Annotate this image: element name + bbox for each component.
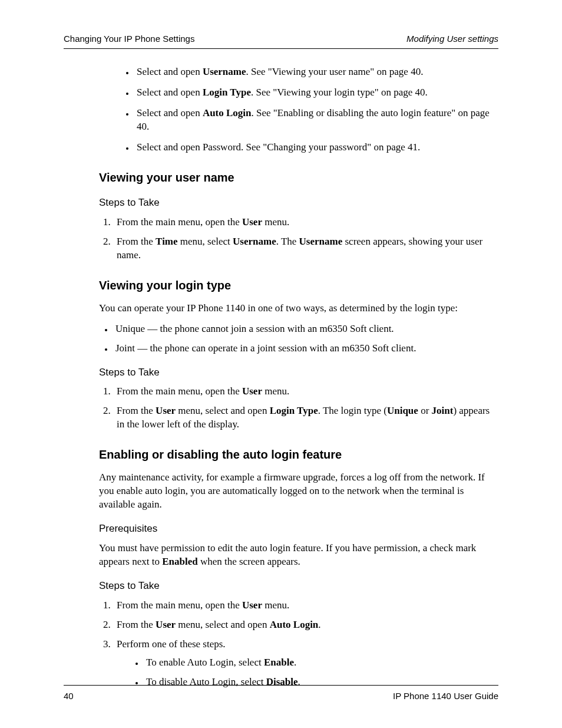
step-item: From the main menu, open the User menu. bbox=[113, 216, 498, 229]
section2-steps-label: Steps to Take bbox=[99, 366, 498, 380]
step-item: Perform one of these steps.To enable Aut… bbox=[113, 638, 498, 689]
bullet-item: Joint — the phone can operate in a joint… bbox=[113, 342, 498, 355]
intro-bullet-item: Select and open Auto Login. See "Enablin… bbox=[134, 107, 498, 134]
intro-bullet-list: Select and open Username. See "Viewing y… bbox=[64, 65, 498, 154]
step-item: From the User menu, select and open Auto… bbox=[113, 618, 498, 632]
section3-intro: Any maintenance activity, for example a … bbox=[99, 471, 498, 512]
content-area: Viewing your user name Steps to Take Fro… bbox=[64, 170, 498, 689]
section1-steps: From the main menu, open the User menu.F… bbox=[99, 216, 498, 262]
intro-bullet-item: Select and open Username. See "Viewing y… bbox=[134, 65, 498, 79]
step-item: From the main menu, open the User menu. bbox=[113, 599, 498, 612]
running-header: Changing Your IP Phone Settings Modifyin… bbox=[64, 33, 498, 49]
sub-bullet-list: To enable Auto Login, select Enable.To d… bbox=[117, 656, 498, 689]
section2-bullets: Unique — the phone cannot join a session… bbox=[99, 322, 498, 355]
page: Changing Your IP Phone Settings Modifyin… bbox=[0, 0, 562, 728]
intro-bullet-item: Select and open Login Type. See "Viewing… bbox=[134, 86, 498, 100]
section3-prereq-label: Prerequisites bbox=[99, 522, 498, 536]
section3-steps-label: Steps to Take bbox=[99, 579, 498, 593]
bullet-item: Unique — the phone cannot join a session… bbox=[113, 322, 498, 336]
section1-title: Viewing your user name bbox=[99, 170, 498, 186]
running-footer: 40 IP Phone 1140 User Guide bbox=[64, 685, 498, 702]
step-item: From the Time menu, select Username. The… bbox=[113, 235, 498, 262]
footer-page-number: 40 bbox=[64, 690, 74, 702]
section2-intro: You can operate your IP Phone 1140 in on… bbox=[99, 302, 498, 315]
section1-steps-label: Steps to Take bbox=[99, 196, 498, 210]
footer-doc-title: IP Phone 1140 User Guide bbox=[393, 690, 498, 702]
section2-title: Viewing your login type bbox=[99, 278, 498, 294]
intro-bullet-item: Select and open Password. See "Changing … bbox=[134, 141, 498, 154]
header-left: Changing Your IP Phone Settings bbox=[64, 33, 194, 45]
section3-steps: From the main menu, open the User menu.F… bbox=[99, 599, 498, 689]
section3-title: Enabling or disabling the auto login fea… bbox=[99, 447, 498, 463]
sub-bullet-item: To enable Auto Login, select Enable. bbox=[144, 656, 498, 670]
step-item: From the main menu, open the User menu. bbox=[113, 385, 498, 398]
section3-prereq-text: You must have permission to edit the aut… bbox=[99, 542, 498, 569]
step-item: From the User menu, select and open Logi… bbox=[113, 404, 498, 431]
header-right: Modifying User settings bbox=[406, 33, 498, 45]
section2-steps: From the main menu, open the User menu.F… bbox=[99, 385, 498, 431]
